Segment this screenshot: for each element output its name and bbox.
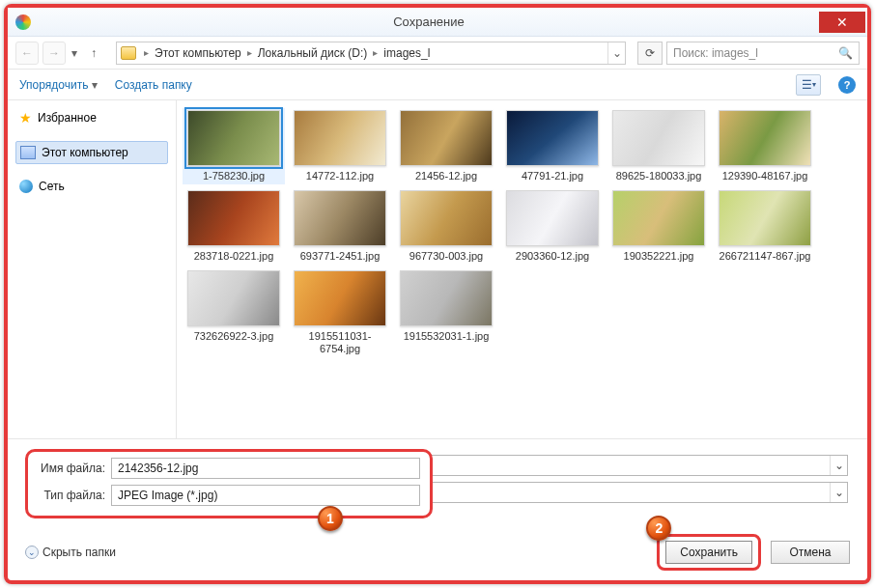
address-bar[interactable]: ▸ Этот компьютер ▸ Локальный диск (D:) ▸…	[116, 42, 626, 65]
hide-folders-label: Скрыть папки	[42, 546, 116, 559]
refresh-button[interactable]: ⟳	[637, 42, 663, 65]
filetype-label: Тип файла:	[38, 489, 111, 502]
thumbnail-image	[719, 110, 811, 166]
thumbnail-label: 283718-0221.jpg	[194, 250, 274, 263]
address-row: ← → ▾ ↑ ▸ Этот компьютер ▸ Локальный дис…	[8, 37, 867, 70]
thumbnail-image	[400, 270, 493, 326]
thumbnail-label: 14772-112.jpg	[306, 170, 374, 182]
file-thumbnail[interactable]: 2903360-12.jpg	[501, 188, 604, 265]
crumb-drive[interactable]: Локальный диск (D:)	[256, 46, 370, 60]
thumbnail-image	[506, 190, 599, 246]
organize-menu[interactable]: Упорядочить ▾	[19, 78, 98, 92]
fields-area: ⌄ ⌄ Имя файла: Тип файла: 1	[8, 438, 867, 526]
file-thumbnail[interactable]: 14772-112.jpg	[289, 108, 391, 184]
sidebar: ★ Избранное Этот компьютер Сеть	[8, 100, 177, 438]
toolbar: Упорядочить ▾ Создать папку ☰ ▾ ?	[8, 70, 867, 100]
network-icon	[19, 180, 33, 193]
file-thumbnail[interactable]: 732626922-3.jpg	[183, 268, 285, 357]
search-placeholder: Поиск: images_l	[673, 46, 758, 60]
file-thumbnail[interactable]: 1915532031-1.jpg	[395, 268, 497, 357]
file-thumbnail[interactable]: 21456-12.jpg	[395, 108, 497, 184]
file-thumbnail[interactable]: 190352221.jpg	[607, 188, 710, 265]
app-icon	[15, 14, 31, 30]
sidebar-item-label: Этот компьютер	[42, 146, 128, 159]
thumbnail-image	[294, 270, 386, 326]
file-grid[interactable]: 1-758230.jpg14772-112.jpg21456-12.jpg477…	[177, 100, 867, 438]
file-thumbnail[interactable]: 89625-180033.jpg	[607, 108, 710, 184]
thumbnail-label: 967730-003.jpg	[409, 250, 483, 263]
thumbnail-label: 732626922-3.jpg	[194, 330, 274, 343]
chevron-down-icon: ⌄	[830, 483, 847, 502]
annotation-marker-2: 2	[646, 516, 671, 541]
titlebar: Сохранение ✕	[8, 8, 867, 37]
sidebar-item-label: Избранное	[38, 111, 97, 125]
star-icon: ★	[19, 110, 32, 126]
chevron-down-icon: ⌄	[830, 456, 847, 475]
sidebar-item-label: Сеть	[39, 180, 65, 193]
search-input[interactable]: Поиск: images_l 🔍	[666, 42, 860, 65]
file-thumbnail[interactable]: 693771-2451.jpg	[289, 188, 391, 265]
highlighted-save-group: Сохранить 2	[657, 534, 761, 571]
folder-icon	[121, 46, 136, 60]
thumbnail-label: 2903360-12.jpg	[516, 250, 589, 263]
file-thumbnail[interactable]: 967730-003.jpg	[395, 188, 497, 265]
thumbnail-image	[187, 190, 280, 246]
thumbnail-image	[612, 190, 705, 246]
thumbnail-image	[506, 110, 599, 166]
filename-input[interactable]	[111, 458, 420, 479]
thumbnail-label: 47791-21.jpg	[522, 170, 583, 182]
thumbnail-label: 693771-2451.jpg	[300, 250, 381, 263]
filename-label: Имя файла:	[38, 462, 111, 475]
history-dropdown[interactable]: ▾	[70, 46, 79, 60]
thumbnail-label: 89625-180033.jpg	[616, 170, 702, 182]
hide-folders-toggle[interactable]: ⌄ Скрыть папки	[25, 546, 116, 559]
highlighted-field-group: Имя файла: Тип файла: 1	[25, 449, 433, 518]
thumbnail-label: 1915511031-6754.jpg	[292, 330, 388, 355]
crumb-folder[interactable]: images_l	[381, 46, 432, 60]
chevron-down-icon: ▾	[92, 78, 98, 92]
thumbnail-label: 21456-12.jpg	[415, 170, 477, 182]
chevron-right-icon: ▸	[369, 47, 381, 58]
thumbnail-image	[400, 110, 493, 166]
up-button[interactable]: ↑	[83, 42, 104, 64]
filetype-input[interactable]	[111, 485, 420, 506]
filetype-combo-ext[interactable]: ⌄	[431, 482, 848, 503]
help-button[interactable]: ?	[838, 76, 856, 94]
file-thumbnail[interactable]: 129390-48167.jpg	[714, 108, 816, 184]
forward-button[interactable]: →	[42, 42, 66, 65]
cancel-button[interactable]: Отмена	[771, 541, 850, 564]
thumbnail-label: 129390-48167.jpg	[722, 170, 808, 182]
back-button[interactable]: ←	[15, 42, 39, 65]
chevron-right-icon: ▸	[243, 47, 256, 58]
file-thumbnail[interactable]: 266721147-867.jpg	[714, 188, 816, 265]
chevron-right-icon: ▸	[140, 47, 153, 58]
window-title: Сохранение	[39, 14, 819, 29]
sidebar-item-this-pc[interactable]: Этот компьютер	[15, 141, 168, 164]
file-thumbnail[interactable]: 1-758230.jpg	[183, 108, 285, 184]
view-options-button[interactable]: ☰ ▾	[796, 74, 821, 96]
thumbnail-label: 1-758230.jpg	[203, 170, 265, 182]
file-thumbnail[interactable]: 47791-21.jpg	[501, 108, 604, 184]
file-thumbnail[interactable]: 1915511031-6754.jpg	[289, 268, 391, 357]
thumbnail-label: 1915532031-1.jpg	[404, 330, 490, 343]
thumbnail-image	[400, 190, 493, 246]
new-folder-button[interactable]: Создать папку	[115, 78, 192, 92]
address-dropdown[interactable]: ⌄	[607, 42, 625, 64]
close-button[interactable]: ✕	[819, 12, 865, 33]
sidebar-item-network[interactable]: Сеть	[15, 176, 168, 197]
save-button[interactable]: Сохранить	[665, 541, 752, 564]
thumbnail-image	[294, 110, 386, 166]
annotation-marker-1: 1	[318, 506, 343, 531]
thumbnail-label: 190352221.jpg	[624, 250, 694, 263]
filename-combo-ext[interactable]: ⌄	[431, 455, 848, 476]
crumb-root[interactable]: Этот компьютер	[153, 46, 243, 60]
thumbnail-image	[612, 110, 705, 166]
computer-icon	[20, 146, 36, 159]
sidebar-item-favorites[interactable]: ★ Избранное	[15, 106, 168, 129]
file-thumbnail[interactable]: 283718-0221.jpg	[183, 188, 285, 265]
dialog-body: ★ Избранное Этот компьютер Сеть 1-758230…	[8, 100, 867, 438]
footer: ⌄ Скрыть папки Сохранить 2 Отмена	[8, 526, 867, 580]
thumbnail-image	[719, 190, 811, 246]
chevron-down-icon: ⌄	[25, 546, 39, 559]
search-icon: 🔍	[838, 46, 853, 60]
